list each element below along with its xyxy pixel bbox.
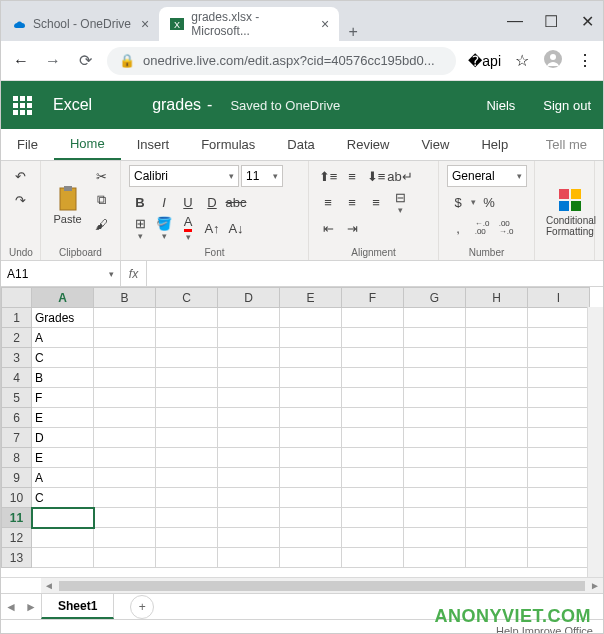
cell-I13[interactable] <box>528 548 590 568</box>
user-name[interactable]: Niels <box>486 98 515 113</box>
cell-F9[interactable] <box>342 468 404 488</box>
cell-G12[interactable] <box>404 528 466 548</box>
cell-C7[interactable] <box>156 428 218 448</box>
cell-D4[interactable] <box>218 368 280 388</box>
sheet-tab-sheet1[interactable]: Sheet1 <box>41 594 114 619</box>
cell-C10[interactable] <box>156 488 218 508</box>
sheet-nav-next[interactable]: ► <box>21 600 41 614</box>
font-color-button[interactable]: A▾ <box>177 217 199 239</box>
strikethrough-button[interactable]: abc <box>225 191 247 213</box>
close-window-button[interactable]: ✕ <box>579 12 595 31</box>
back-button[interactable]: ← <box>11 52 31 70</box>
url-input[interactable]: 🔒 onedrive.live.com/edit.aspx?cid=40576c… <box>107 47 456 75</box>
fx-icon[interactable]: fx <box>121 261 147 286</box>
row-header-7[interactable]: 7 <box>2 428 32 448</box>
align-top-button[interactable]: ⬆≡ <box>317 165 339 187</box>
cell-B3[interactable] <box>94 348 156 368</box>
bookmark-icon[interactable]: ☆ <box>515 51 529 70</box>
bold-button[interactable]: B <box>129 191 151 213</box>
cell-C4[interactable] <box>156 368 218 388</box>
document-name[interactable]: grades <box>152 96 201 114</box>
cell-I6[interactable] <box>528 408 590 428</box>
currency-button[interactable]: $ <box>447 191 469 213</box>
cell-H3[interactable] <box>466 348 528 368</box>
cell-G13[interactable] <box>404 548 466 568</box>
cell-D8[interactable] <box>218 448 280 468</box>
cell-D1[interactable] <box>218 308 280 328</box>
cell-G10[interactable] <box>404 488 466 508</box>
cell-G5[interactable] <box>404 388 466 408</box>
cell-G3[interactable] <box>404 348 466 368</box>
cell-A4[interactable]: B <box>32 368 94 388</box>
cell-C5[interactable] <box>156 388 218 408</box>
increase-decimal-button[interactable]: ←.0.00 <box>471 217 493 239</box>
tab-view[interactable]: View <box>405 129 465 160</box>
tab-formulas[interactable]: Formulas <box>185 129 271 160</box>
cell-B4[interactable] <box>94 368 156 388</box>
cell-I8[interactable] <box>528 448 590 468</box>
cell-E4[interactable] <box>280 368 342 388</box>
cell-E6[interactable] <box>280 408 342 428</box>
cell-F1[interactable] <box>342 308 404 328</box>
cell-D13[interactable] <box>218 548 280 568</box>
font-name-select[interactable]: Calibri▾ <box>129 165 239 187</box>
column-header-I[interactable]: I <box>528 288 590 308</box>
cell-A12[interactable] <box>32 528 94 548</box>
cell-E7[interactable] <box>280 428 342 448</box>
column-header-C[interactable]: C <box>156 288 218 308</box>
cell-E10[interactable] <box>280 488 342 508</box>
cell-G1[interactable] <box>404 308 466 328</box>
cell-G4[interactable] <box>404 368 466 388</box>
row-header-1[interactable]: 1 <box>2 308 32 328</box>
cell-E13[interactable] <box>280 548 342 568</box>
cell-B10[interactable] <box>94 488 156 508</box>
cell-H9[interactable] <box>466 468 528 488</box>
cell-G9[interactable] <box>404 468 466 488</box>
select-all-corner[interactable] <box>2 288 32 308</box>
cell-G2[interactable] <box>404 328 466 348</box>
redo-button[interactable]: ↷ <box>9 189 31 211</box>
merge-button[interactable]: ⊟▾ <box>389 191 411 213</box>
double-underline-button[interactable]: D <box>201 191 223 213</box>
cell-D10[interactable] <box>218 488 280 508</box>
cell-F11[interactable] <box>342 508 404 528</box>
cell-E8[interactable] <box>280 448 342 468</box>
fill-color-button[interactable]: 🪣▾ <box>153 217 175 239</box>
column-header-B[interactable]: B <box>94 288 156 308</box>
row-header-4[interactable]: 4 <box>2 368 32 388</box>
cell-B12[interactable] <box>94 528 156 548</box>
cell-E11[interactable] <box>280 508 342 528</box>
column-header-A[interactable]: A <box>32 288 94 308</box>
column-header-E[interactable]: E <box>280 288 342 308</box>
cell-F3[interactable] <box>342 348 404 368</box>
cell-D5[interactable] <box>218 388 280 408</box>
cell-D6[interactable] <box>218 408 280 428</box>
cell-F6[interactable] <box>342 408 404 428</box>
scroll-right-icon[interactable]: ► <box>587 580 603 591</box>
cell-A5[interactable]: F <box>32 388 94 408</box>
menu-icon[interactable]: ⋮ <box>577 51 593 70</box>
minimize-button[interactable]: — <box>507 12 523 30</box>
tab-help[interactable]: Help <box>465 129 524 160</box>
cell-E3[interactable] <box>280 348 342 368</box>
cell-C13[interactable] <box>156 548 218 568</box>
row-header-12[interactable]: 12 <box>2 528 32 548</box>
app-launcher-icon[interactable] <box>13 96 33 115</box>
cell-B8[interactable] <box>94 448 156 468</box>
cell-H12[interactable] <box>466 528 528 548</box>
cell-B1[interactable] <box>94 308 156 328</box>
grow-font-button[interactable]: A↑ <box>201 217 223 239</box>
cell-I11[interactable] <box>528 508 590 528</box>
cell-F8[interactable] <box>342 448 404 468</box>
vertical-scrollbar[interactable] <box>587 307 603 577</box>
close-icon[interactable]: × <box>141 16 149 32</box>
row-header-3[interactable]: 3 <box>2 348 32 368</box>
cell-A6[interactable]: E <box>32 408 94 428</box>
cell-I5[interactable] <box>528 388 590 408</box>
cell-A3[interactable]: C <box>32 348 94 368</box>
cell-E1[interactable] <box>280 308 342 328</box>
cell-B5[interactable] <box>94 388 156 408</box>
cell-H10[interactable] <box>466 488 528 508</box>
cell-I9[interactable] <box>528 468 590 488</box>
cell-D7[interactable] <box>218 428 280 448</box>
